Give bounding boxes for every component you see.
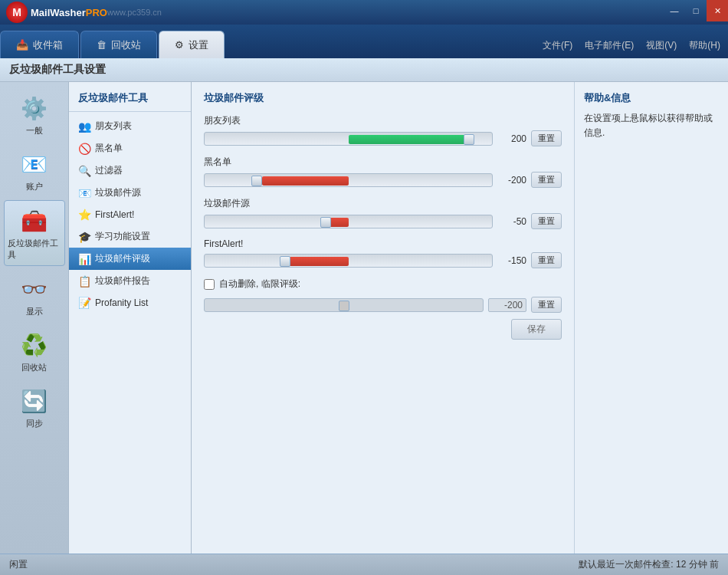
tool-blacklist[interactable]: 🚫 黑名单 (69, 137, 191, 159)
logo-icon: M (6, 2, 28, 23)
sidebar-display-label: 显示 (26, 306, 43, 317)
auto-delete-slider-container: 重置 (204, 297, 562, 313)
score-label-friendslist: 朋友列表 (204, 114, 562, 127)
reset-btn-spamsource[interactable]: 重置 (531, 213, 562, 229)
sidebar-item-display[interactable]: 👓 显示 (4, 269, 65, 322)
auto-delete-checkbox[interactable] (204, 279, 215, 290)
tools-panel-title: 反垃圾邮件工具 (69, 88, 191, 112)
tab-recycle[interactable]: 🗑 回收站 (80, 31, 157, 58)
scoring-title: 垃圾邮件评级 (204, 91, 562, 105)
window-controls: — □ ✕ (664, 0, 728, 21)
content-area: ⚙️ 一般 📧 账户 🧰 反垃圾邮件工具 👓 显示 ♻️ 回收站 🔄 同步 (0, 82, 728, 554)
sidebar-item-account[interactable]: 📧 账户 (4, 144, 65, 197)
inbox-icon: 📥 (16, 39, 28, 51)
sidebar-general-label: 一般 (26, 125, 43, 136)
blacklist-icon: 🚫 (78, 143, 90, 155)
score-row-blacklist: 黑名单 -200 重置 (204, 156, 562, 188)
close-button[interactable]: ✕ (707, 0, 728, 21)
tab-settings[interactable]: ⚙ 设置 (159, 31, 225, 58)
tool-firstalert[interactable]: ⭐ FirstAlert! (69, 204, 191, 225)
maximize-button[interactable]: □ (685, 0, 707, 21)
tool-learnsettings[interactable]: 🎓 学习功能设置 (69, 225, 191, 248)
general-icon: ⚙️ (19, 93, 50, 123)
sync-icon: 🔄 (19, 386, 50, 416)
main-area: 反垃圾邮件工具设置 ⚙️ 一般 📧 账户 🧰 反垃圾邮件工具 👓 显示 ♻️ (0, 58, 728, 554)
sidebar-antispam-label: 反垃圾邮件工具 (8, 238, 61, 261)
tab-recycle-label: 回收站 (111, 38, 141, 52)
tool-spamsource-label: 垃圾邮件源 (95, 186, 141, 199)
score-value-friendslist: 200 (497, 133, 526, 144)
reset-btn-friendslist[interactable]: 重置 (531, 130, 562, 146)
sidebar-item-antispam[interactable]: 🧰 反垃圾邮件工具 (4, 200, 65, 266)
display-icon: 👓 (19, 274, 50, 304)
tools-panel: 反垃圾邮件工具 👥 朋友列表 🚫 黑名单 🔍 过滤器 📧 垃圾邮件源 ⭐ Fir… (69, 82, 192, 554)
right-panel: 垃圾邮件评级 朋友列表 200 重置 黑名单 (192, 82, 728, 554)
tool-profanitylist-label: Profanity List (95, 297, 148, 308)
menu-view[interactable]: 视图(V) (646, 39, 677, 52)
score-row-firstalert: FirstAlert! -150 重置 (204, 238, 562, 268)
antispam-icon: 🧰 (19, 205, 50, 236)
score-row-friendslist: 朋友列表 200 重置 (204, 114, 562, 146)
title-bar: M MailWasherPRO www.pc359.cn — □ ✕ (0, 0, 728, 25)
slider-container-firstalert: -150 重置 (204, 252, 562, 268)
tool-spamreport-label: 垃圾邮件报告 (95, 274, 150, 288)
score-label-firstalert: FirstAlert! (204, 238, 562, 249)
tab-inbox-label: 收件箱 (33, 38, 63, 52)
sidebar-account-label: 账户 (26, 181, 43, 192)
spamreport-icon: 📋 (78, 275, 90, 288)
tool-profanitylist[interactable]: 📝 Profanity List (69, 292, 191, 314)
score-value-firstalert: -150 (497, 255, 526, 266)
tool-spamrating-label: 垃圾邮件评级 (95, 252, 150, 265)
sidebar-sync-label: 同步 (26, 418, 43, 429)
tab-inbox[interactable]: 📥 收件箱 (0, 31, 79, 58)
watermark: www.pc359.cn (107, 8, 162, 17)
menu-help[interactable]: 帮助(H) (689, 39, 720, 52)
slider-track-blacklist[interactable] (204, 173, 493, 187)
tool-friendslist[interactable]: 👥 朋友列表 (69, 115, 191, 137)
tool-filter[interactable]: 🔍 过滤器 (69, 159, 191, 182)
tool-filter-label: 过滤器 (95, 164, 123, 177)
reset-btn-autodelete[interactable]: 重置 (531, 297, 562, 313)
spamrating-icon: 📊 (78, 253, 90, 265)
help-panel: 帮助&信息 在设置项上悬鼠标以获得帮助或信息. (575, 82, 728, 554)
reset-btn-blacklist[interactable]: 重置 (531, 172, 562, 188)
slider-track-firstalert[interactable] (204, 254, 493, 268)
tool-blacklist-label: 黑名单 (95, 142, 123, 155)
menu-bar: 文件(F) 电子邮件(E) 视图(V) 帮助(H) (543, 39, 720, 52)
tool-spamreport[interactable]: 📋 垃圾邮件报告 (69, 270, 191, 292)
slider-container-spamsource: -50 重置 (204, 213, 562, 229)
tool-spamsource[interactable]: 📧 垃圾邮件源 (69, 182, 191, 204)
tool-spamrating[interactable]: 📊 垃圾邮件评级 (69, 248, 191, 270)
help-title: 帮助&信息 (584, 91, 719, 105)
help-text: 在设置项上悬鼠标以获得帮助或信息. (584, 111, 719, 140)
scoring-panel: 垃圾邮件评级 朋友列表 200 重置 黑名单 (192, 82, 575, 554)
left-sidebar: ⚙️ 一般 📧 账户 🧰 反垃圾邮件工具 👓 显示 ♻️ 回收站 🔄 同步 (0, 82, 69, 554)
tool-friendslist-label: 朋友列表 (95, 120, 132, 133)
nav-bar: 📥 收件箱 🗑 回收站 ⚙ 设置 文件(F) 电子邮件(E) 视图(V) 帮助(… (0, 25, 728, 58)
tool-firstalert-label: FirstAlert! (95, 209, 134, 220)
score-row-spamsource: 垃圾邮件源 -50 重置 (204, 197, 562, 229)
sidebar-item-recycle[interactable]: ♻️ 回收站 (4, 325, 65, 378)
tab-settings-label: 设置 (189, 38, 208, 52)
sidebar-item-general[interactable]: ⚙️ 一般 (4, 88, 65, 141)
slider-track-spamsource[interactable] (204, 215, 493, 228)
reset-btn-firstalert[interactable]: 重置 (531, 252, 562, 268)
friendslist-icon: 👥 (78, 120, 90, 133)
minimize-button[interactable]: — (664, 0, 685, 21)
slider-container-friendslist: 200 重置 (204, 130, 562, 146)
status-right: 默认最近一次邮件检查: 12 分钟 前 (579, 558, 719, 571)
menu-email[interactable]: 电子邮件(E) (585, 39, 634, 52)
sidebar-recycle-label: 回收站 (21, 362, 47, 373)
score-label-spamsource: 垃圾邮件源 (204, 197, 562, 210)
profanity-icon: 📝 (78, 297, 90, 309)
auto-delete-value-input[interactable] (488, 298, 526, 312)
save-button[interactable]: 保存 (511, 319, 562, 340)
recycle-sidebar-icon: ♻️ (19, 330, 50, 360)
menu-file[interactable]: 文件(F) (543, 39, 572, 52)
sidebar-item-sync[interactable]: 🔄 同步 (4, 381, 65, 434)
recycle-tab-icon: 🗑 (97, 39, 107, 51)
score-value-blacklist: -200 (497, 175, 526, 186)
slider-track-friendslist[interactable] (204, 132, 493, 146)
filter-icon: 🔍 (78, 165, 90, 177)
page-title: 反垃圾邮件工具设置 (0, 58, 728, 82)
